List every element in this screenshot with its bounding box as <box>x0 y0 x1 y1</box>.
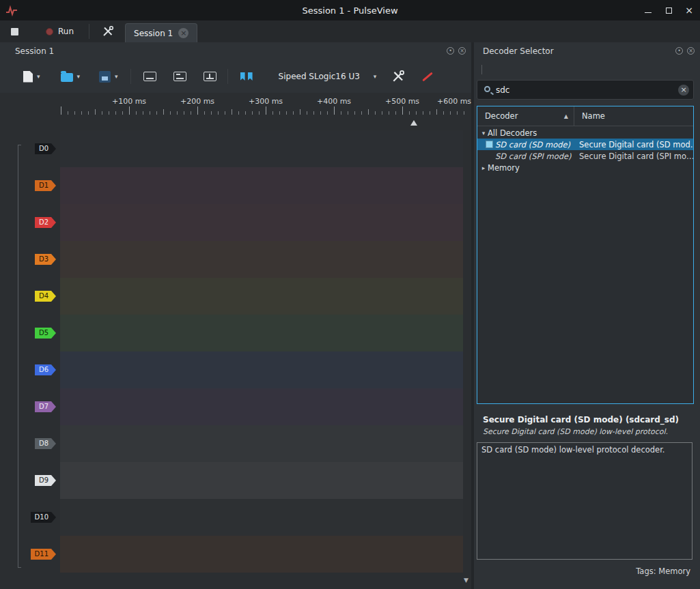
column-header-name[interactable]: Name <box>574 106 693 126</box>
time-ruler[interactable]: +100 ms +200 ms +300 ms +400 ms +500 ms … <box>0 93 471 115</box>
decoder-rows: ▾ All Decoders SD card (SD mode) Secure … <box>477 127 693 403</box>
toolbar-separator <box>89 24 89 39</box>
decoder-full-name: Secure Digital card (SD mod… <box>574 140 693 149</box>
trigger-settings-button[interactable] <box>421 76 434 78</box>
restore-zoom-button[interactable] <box>143 72 156 81</box>
dock-close-icon[interactable]: × <box>458 47 466 55</box>
channel-band <box>60 462 463 499</box>
configure-device-button[interactable] <box>391 70 405 83</box>
channel-band <box>60 130 463 167</box>
tools-icon <box>102 25 114 38</box>
stop-icon <box>11 28 18 35</box>
zoom-in-icon <box>143 72 156 81</box>
decoder-name: SD card (SD mode) <box>495 140 570 149</box>
run-button[interactable]: Run <box>40 24 79 39</box>
tree-group-all-decoders[interactable]: ▾ All Decoders <box>477 127 693 139</box>
channel-label-d5[interactable]: D5 <box>35 328 56 339</box>
tab-close-button[interactable]: × <box>178 28 188 38</box>
save-dropdown-icon[interactable]: ▾ <box>115 73 118 80</box>
new-session-button[interactable]: ▾ <box>23 71 40 83</box>
decoder-description-body[interactable]: SD card (SD mode) low-level protocol dec… <box>477 442 692 560</box>
open-dropdown-icon[interactable]: ▾ <box>77 73 81 80</box>
channel-label-d10[interactable]: D10 <box>31 512 56 523</box>
channel-label-d0[interactable]: D0 <box>35 143 56 154</box>
minimize-button[interactable] <box>643 5 654 16</box>
ruler-label: +300 ms <box>249 97 283 106</box>
search-icon <box>484 86 490 92</box>
pulseview-window: Session 1 - PulseView × Run Session 1 × <box>0 0 700 589</box>
new-dropdown-icon[interactable]: ▾ <box>37 73 40 80</box>
channel-band <box>60 315 463 351</box>
zoom-fit-button[interactable] <box>204 72 216 81</box>
channel-label-d9[interactable]: D9 <box>35 475 56 486</box>
new-file-icon <box>23 71 33 83</box>
search-clear-button[interactable]: × <box>678 85 689 96</box>
caret-right-icon[interactable]: ▸ <box>479 164 488 171</box>
channel-label-d3[interactable]: D3 <box>35 254 56 265</box>
tree-group-memory[interactable]: ▸ Memory <box>477 162 693 173</box>
trace-view[interactable]: D0 D1 D2 D3 D4 <box>0 115 471 589</box>
open-file-button[interactable]: ▾ <box>61 71 81 82</box>
device-selector-value: Sipeed SLogic16 U3 <box>279 72 360 81</box>
session-dock: Session 1 • × ▾ ▾ ▾ <box>0 42 471 589</box>
settings-button[interactable] <box>96 23 120 40</box>
decoder-search-input[interactable]: sdc × <box>477 80 694 100</box>
zoom-out-button[interactable] <box>173 72 186 81</box>
run-icon <box>46 28 53 35</box>
channel-row: D11 <box>0 536 471 573</box>
decoder-description-subtitle: Secure Digital card (SD mode) low-level … <box>483 427 668 436</box>
channel-row: D5 <box>0 315 471 351</box>
group-label: All Decoders <box>488 128 537 138</box>
decoder-selector-dock: Decoder Selector • × sdc × Decoder ▲ <box>474 42 700 589</box>
channel-band <box>60 499 463 536</box>
tab-session-1[interactable]: Session 1 × <box>125 23 197 42</box>
ruler-marker-icon <box>410 120 417 126</box>
device-selector[interactable]: Sipeed SLogic16 U3 ▾ <box>279 72 377 81</box>
channel-row: D1 <box>0 167 471 204</box>
channel-label-d4[interactable]: D4 <box>35 291 56 302</box>
zoom-fit-icon <box>204 72 216 81</box>
maximize-button[interactable] <box>663 5 674 16</box>
open-folder-icon <box>61 73 73 82</box>
channel-label-d7[interactable]: D7 <box>35 401 56 412</box>
channel-label-d6[interactable]: D6 <box>35 364 56 375</box>
decoder-color-swatch <box>486 141 493 148</box>
decoder-full-name: Secure Digital card (SPI mo… <box>574 152 693 161</box>
show-cursors-button[interactable] <box>240 72 253 81</box>
channel-row: D7 <box>0 388 471 425</box>
close-button[interactable]: × <box>684 5 695 16</box>
channel-row: D4 <box>0 278 471 315</box>
ruler-label: +600 ms <box>437 97 471 106</box>
dock-float-icon[interactable]: • <box>675 47 683 55</box>
tree-row-sd-card-sd-mode[interactable]: SD card (SD mode) Secure Digital card (S… <box>477 139 693 150</box>
channel-label-d2[interactable]: D2 <box>35 217 56 228</box>
column-header-decoder[interactable]: Decoder ▲ <box>477 106 574 126</box>
channel-row: D10 <box>0 499 471 536</box>
decoder-table-header: Decoder ▲ Name <box>477 106 693 126</box>
channel-row: D9 <box>0 462 471 499</box>
maximize-icon <box>666 8 672 14</box>
window-controls: × <box>643 0 695 20</box>
search-value: sdc <box>496 85 678 95</box>
save-file-button[interactable]: ▾ <box>99 71 118 83</box>
channel-band <box>60 241 463 278</box>
caret-down-icon[interactable]: ▾ <box>479 130 488 137</box>
content-area: Session 1 • × ▾ ▾ ▾ <box>0 42 700 589</box>
decoder-dock-title: Decoder Selector <box>474 46 554 56</box>
channel-band <box>60 425 463 462</box>
channel-band <box>60 536 463 573</box>
channel-row: D0 <box>0 130 471 167</box>
stop-button[interactable] <box>5 25 24 38</box>
channel-label-d11[interactable]: D11 <box>31 549 56 560</box>
titlebar: Session 1 - PulseView × <box>0 0 700 20</box>
dock-float-icon[interactable]: • <box>447 47 454 55</box>
sort-ascending-icon: ▲ <box>564 113 568 119</box>
channel-label-d8[interactable]: D8 <box>35 438 56 449</box>
scrollbar-down-icon[interactable]: ▼ <box>464 577 468 584</box>
channel-row: D2 <box>0 204 471 241</box>
decoder-description-title: Secure Digital card (SD mode) (sdcard_sd… <box>483 415 679 425</box>
dock-close-icon[interactable]: × <box>687 47 695 55</box>
tree-row-sd-card-spi-mode[interactable]: SD card (SPI mode) Secure Digital card (… <box>477 150 693 162</box>
decoder-tags: Tags: Memory <box>636 566 690 576</box>
channel-label-d1[interactable]: D1 <box>35 180 56 191</box>
